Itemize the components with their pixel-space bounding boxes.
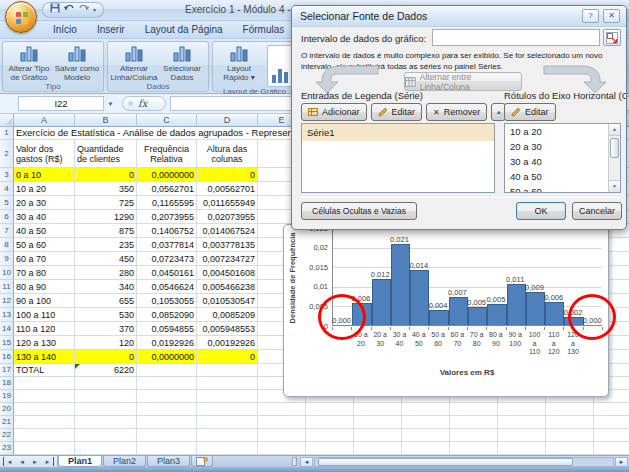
chart-styles-gallery[interactable] [267, 45, 293, 87]
sheet-cell[interactable]: 0,0192926 [137, 336, 197, 350]
sheet-cell[interactable]: Frequência Relativa [137, 140, 197, 168]
undo-icon[interactable] [63, 3, 75, 17]
insert-function-button[interactable]: fx [122, 96, 166, 111]
chart-bar[interactable] [487, 304, 506, 325]
ribbon-button-layout-rapido[interactable]: LayoutRápido ▾ [216, 44, 262, 82]
sheet-cell[interactable]: 1290 [75, 210, 137, 224]
sheet-cell[interactable]: 450 [75, 252, 137, 266]
sheet-cell[interactable] [546, 429, 594, 442]
row-header-8[interactable]: 8 [0, 238, 14, 252]
sheet-cell[interactable] [137, 364, 197, 377]
sheet-cell[interactable]: 120 [75, 336, 137, 350]
sheet-cell[interactable]: 0,0723473 [137, 252, 197, 266]
column-header-a[interactable]: A [14, 114, 75, 127]
sheet-cell[interactable] [546, 442, 594, 455]
sheet-cell[interactable] [75, 442, 137, 455]
sheet-cell[interactable]: Exercício de Estatística - Análise de da… [14, 127, 75, 140]
sheet-cell[interactable] [402, 442, 450, 455]
ribbon-tab-formulas[interactable]: Fórmulas [234, 22, 294, 38]
scrollbar-track[interactable] [314, 457, 614, 467]
axis-list-item[interactable]: 20 a 30 [505, 139, 620, 154]
sheet-cell[interactable] [197, 364, 258, 377]
sheet-cell[interactable]: 0 [75, 168, 137, 182]
axis-scroll-down-icon[interactable]: ▼ [609, 180, 620, 192]
ribbon-tab-inicio[interactable]: Início [44, 22, 86, 38]
sheet-cell[interactable]: 0,1406752 [137, 224, 197, 238]
sheet-cell[interactable] [354, 403, 402, 416]
column-header-c[interactable]: C [137, 114, 197, 127]
sheet-cell[interactable] [137, 390, 197, 403]
range-picker-button[interactable] [603, 29, 621, 46]
sheet-cell[interactable]: 110 a 120 [14, 322, 75, 336]
hidden-empty-cells-button[interactable]: Células Ocultas e Vazias [301, 202, 417, 220]
sheet-cell[interactable] [450, 429, 498, 442]
sheet-cell[interactable] [354, 442, 402, 455]
sheet-cell[interactable] [197, 390, 258, 403]
chart-bar[interactable] [372, 279, 391, 325]
axis-scroll-thumb[interactable] [610, 138, 619, 158]
chart-bar[interactable] [410, 270, 429, 325]
row-header-16[interactable]: 16 [0, 350, 14, 364]
sheet-cell[interactable] [137, 442, 197, 455]
sheet-tab-plan1[interactable]: Plan1 [58, 456, 102, 467]
sheet-cell[interactable] [137, 416, 197, 429]
sheet-cell[interactable] [306, 442, 354, 455]
dialog-close-button[interactable]: ✕ [603, 9, 620, 23]
sheet-cell[interactable] [258, 403, 306, 416]
sheet-cell[interactable]: 0,0377814 [137, 238, 197, 252]
switch-row-column-button[interactable]: Alternar entre Linha/Coluna [404, 72, 522, 91]
total-label-cell[interactable]: TOTAL [14, 364, 75, 377]
row-header-17[interactable]: 17 [0, 364, 14, 377]
sheet-cell[interactable]: 0,005948553 [197, 322, 258, 336]
axis-list-scrollbar[interactable]: ▲ ▼ [608, 124, 620, 192]
row-header-6[interactable]: 6 [0, 210, 14, 224]
chart-bar[interactable] [526, 292, 545, 325]
sheet-cell[interactable] [306, 403, 354, 416]
row-header-2[interactable]: 2 [0, 140, 14, 168]
row-header-5[interactable]: 5 [0, 196, 14, 210]
sheet-cell[interactable]: 0,00192926 [197, 336, 258, 350]
sheet-cell[interactable]: 0,014067524 [197, 224, 258, 238]
name-box[interactable]: I22 [18, 96, 104, 111]
chart-panel[interactable]: Densidade de Frequência Valores em R$ 00… [283, 224, 609, 397]
office-button[interactable] [5, 1, 37, 33]
sheet-tab-plan3[interactable]: Plan3 [147, 456, 190, 467]
scrollbar-thumb[interactable] [318, 458, 573, 466]
sheet-cell[interactable] [498, 403, 546, 416]
sheet-cell[interactable] [594, 416, 629, 429]
sheet-tab-plan2[interactable]: Plan2 [103, 456, 146, 467]
legend-list-item[interactable]: Série1 [302, 124, 494, 141]
sheet-cell[interactable] [75, 429, 137, 442]
sheet-cell[interactable] [306, 416, 354, 429]
sheet-cell[interactable]: 0,0546624 [137, 280, 197, 294]
row-header-22[interactable]: 22 [0, 429, 14, 442]
axis-list-item[interactable]: 50 a 60 [505, 184, 620, 193]
sheet-cell[interactable]: 100 a 110 [14, 308, 75, 322]
sheet-cell[interactable]: 0 [197, 168, 258, 182]
sheet-cell[interactable] [402, 416, 450, 429]
axis-labels-list[interactable]: 10 a 2020 a 3030 a 4040 a 5050 a 60 ▲ ▼ [504, 123, 621, 193]
total-value-cell[interactable]: 6220 [75, 364, 137, 377]
ribbon-button-selecionar-dados[interactable]: SelecionarDados [159, 44, 205, 82]
sheet-cell[interactable]: 0 [75, 350, 137, 364]
row-header-20[interactable]: 20 [0, 403, 14, 416]
sheet-cell[interactable] [197, 377, 258, 390]
sheet-cell[interactable]: 120 a 130 [14, 336, 75, 350]
sheet-cell[interactable]: 0,005466238 [197, 280, 258, 294]
sheet-cell[interactable] [498, 429, 546, 442]
qat-dropdown-icon[interactable]: ▾ [93, 3, 96, 17]
row-header-12[interactable]: 12 [0, 294, 14, 308]
row-header-23[interactable]: 23 [0, 442, 14, 455]
ribbon-button-alternar-linha-coluna[interactable]: AlternarLinha/Coluna [111, 44, 157, 82]
sheet-cell[interactable]: 0,02073955 [197, 210, 258, 224]
sheet-cell[interactable]: 0 a 10 [14, 168, 75, 182]
column-header-d[interactable]: D [197, 114, 258, 127]
sheet-cell[interactable] [594, 403, 629, 416]
add-series-button[interactable]: Adicionar [301, 103, 367, 121]
sheet-cell[interactable]: 70 a 80 [14, 266, 75, 280]
axis-list-item[interactable]: 10 a 20 [505, 124, 620, 139]
chart-bar[interactable] [449, 297, 468, 325]
dialog-titlebar[interactable]: Selecionar Fonte de Dados ? ✕ [292, 6, 626, 27]
sheet-cell[interactable] [137, 377, 197, 390]
sheet-cell[interactable]: 0,007234727 [197, 252, 258, 266]
